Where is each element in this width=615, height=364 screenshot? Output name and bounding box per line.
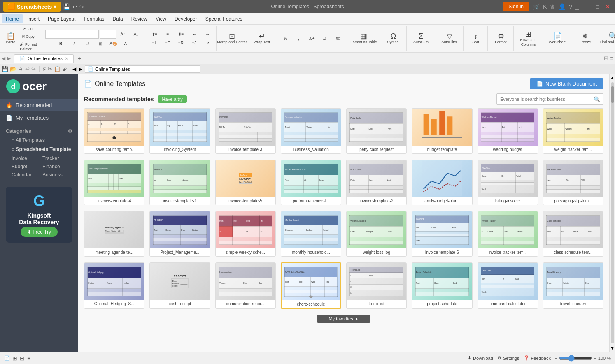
sidebar-item-recommended[interactable]: 🔥 Recommended xyxy=(0,99,78,111)
quick-icon-5[interactable]: ↪ xyxy=(31,66,36,72)
address-input[interactable]: 📄 Online Templates xyxy=(85,65,200,73)
align-center-button[interactable]: ≡C xyxy=(162,39,174,46)
quick-save-icon[interactable]: 💾 xyxy=(63,3,70,10)
quick-undo-icon[interactable]: ↩ xyxy=(72,4,77,10)
template-todo[interactable]: To-Do List☐Task☐☐☐ to-do-list xyxy=(346,262,407,309)
quick-icon-4[interactable]: ↩ xyxy=(25,66,30,72)
sidebar-link-finance[interactable]: Finance xyxy=(42,163,72,170)
sidebar-link-invoice[interactable]: Invoice xyxy=(12,155,42,162)
app-name-button[interactable]: 🟧 Spreadsheets ▾ xyxy=(3,2,61,12)
template-class-schedule[interactable]: Class ScheduleMonTueWedThu class-schedul… xyxy=(543,211,603,257)
template-project-management[interactable]: PROJECTTaskOwnerDueStatus Project_Manage… xyxy=(149,211,210,257)
template-petty-cash[interactable]: Petty CashDateDescAmt petty-cash-request xyxy=(346,108,407,154)
view-layout-icon[interactable]: ≡ xyxy=(27,355,30,362)
sidebar-link-business[interactable]: Business xyxy=(42,171,72,179)
tab-right-icon1[interactable]: ⊞ xyxy=(604,55,608,61)
font-size-down-button[interactable]: A↓ xyxy=(130,31,142,38)
menu-page-layout[interactable]: Page Layout xyxy=(44,14,79,23)
scroll-thumb[interactable] xyxy=(611,86,614,103)
zoom-slider[interactable] xyxy=(559,355,592,362)
font-color-button[interactable]: A_ xyxy=(121,40,133,47)
sidebar-spreadsheets-template[interactable]: ○ Spreadsheets Template xyxy=(0,145,78,154)
quick-icon-9[interactable]: 🖌 xyxy=(62,66,68,72)
cut-button[interactable]: ✂ Cut xyxy=(18,25,39,32)
template-travel-itinerary[interactable]: Travel ItineraryDateActivityCost travel-… xyxy=(543,262,603,309)
menu-formulas[interactable]: Formulas xyxy=(79,14,108,23)
fill-color-button[interactable]: A🎨 xyxy=(107,40,120,47)
quick-redo-icon[interactable]: ↪ xyxy=(79,4,84,10)
format-button[interactable]: ⚙ Format xyxy=(491,27,511,51)
template-invoice-5[interactable]: LOGO INVOICE ItemQtyTotal invoice-templa… xyxy=(215,160,276,205)
template-weight-tracker[interactable]: Weight TrackerWeekWeightBMI weight-track… xyxy=(543,108,603,154)
template-optimal-hedging[interactable]: Optimal HedgingPeriodValueHedge Optimal_… xyxy=(84,262,144,309)
menu-view[interactable]: View xyxy=(151,14,170,23)
paste-button[interactable]: 📋 Paste xyxy=(4,27,17,51)
template-invoice-3[interactable]: INVOICEBill To:Ship To: invoice-template… xyxy=(215,108,276,154)
quick-icon-6[interactable]: ⎘ xyxy=(43,66,46,72)
wrap-text-button[interactable]: ↵ Wrap Text xyxy=(251,27,273,51)
nav-forward-icon[interactable]: ▶ xyxy=(79,66,82,72)
settings-button[interactable]: ⚙ Settings xyxy=(497,355,519,361)
template-cash-receipt[interactable]: RECEIPT Date: ________ Amount: ______ Fr… xyxy=(149,262,210,309)
add-tab-button[interactable]: + xyxy=(75,55,84,62)
template-monthly-household[interactable]: Monthly BudgetCategoryBudgetActual month… xyxy=(281,211,341,257)
sort-button[interactable]: ↕ Sort xyxy=(467,27,485,51)
maximize-button[interactable]: □ xyxy=(594,4,601,10)
view-normal-icon[interactable]: ⊞ xyxy=(12,355,17,362)
menu-review[interactable]: Review xyxy=(127,14,151,23)
crown-icon[interactable]: ♛ xyxy=(550,3,555,10)
align-right-button[interactable]: ≡R xyxy=(175,39,187,46)
search-input[interactable] xyxy=(496,93,603,105)
template-save-counting[interactable]: SUMMER BREAKABCD⬤ save-counting-temp. xyxy=(84,108,144,154)
template-project-schedule[interactable]: Project ScheduleTaskStartEnd project-sch… xyxy=(412,262,472,309)
quick-icon-8[interactable]: 📋 xyxy=(54,66,61,72)
percent-button[interactable]: % xyxy=(280,35,292,42)
autosum-button[interactable]: Σ AutoSum xyxy=(410,27,432,51)
template-proforma-invoice[interactable]: PROFORMA INVOICEDescQtyPrice proforma-in… xyxy=(281,160,341,205)
template-invoice-tracker[interactable]: Invoice Tracker#ClientAmtStatus invoice-… xyxy=(478,211,538,257)
template-meeting-agenda[interactable]: Meeting Agenda TimeTopicWho meeting-agen… xyxy=(84,211,144,257)
template-invoice-2[interactable]: INVOICE #2DateItemAmt invoice-template-2 xyxy=(346,160,407,205)
view-page-icon[interactable]: ⊟ xyxy=(20,355,25,362)
zoom-out-icon[interactable]: − xyxy=(555,356,557,361)
align-justify-button[interactable]: ≡J xyxy=(188,39,200,46)
align-left-button[interactable]: ≡L xyxy=(149,39,161,46)
underline-button[interactable]: U xyxy=(81,40,93,47)
italic-button[interactable]: I xyxy=(68,40,80,47)
have-a-try-button[interactable]: Have a try xyxy=(158,95,187,103)
font-name-input[interactable] xyxy=(45,30,99,39)
template-invoicing-system[interactable]: INVOICEItemQtyPriceTotal Invoicing_Syste… xyxy=(149,108,210,154)
menu-data[interactable]: Data xyxy=(108,14,127,23)
tab-right-icon2[interactable]: ≡ xyxy=(610,55,613,61)
sheet-icon[interactable]: 📄 xyxy=(4,355,10,361)
autofilter-button[interactable]: ▽ AutoFilter xyxy=(438,27,461,51)
template-packaging-slip[interactable]: PACKING SLIPItemQtySKU packaging-slip-te… xyxy=(543,160,603,205)
template-invoice-1[interactable]: INVOICENo.ItemAmount invoice-template-1 xyxy=(149,160,210,205)
kingsoft-icon[interactable]: K xyxy=(543,3,547,10)
sidebar-link-tracker[interactable]: Tracker xyxy=(42,155,72,162)
sidebar-link-calendar[interactable]: Calendar xyxy=(12,171,42,179)
tab-online-templates[interactable]: 📄 Online Templates ✕ xyxy=(14,54,74,63)
prev-tab-icon[interactable]: ◀ xyxy=(2,56,5,61)
template-weekly-schedule[interactable]: MonTueWedThu26272829 simple-weekly-sche.… xyxy=(215,211,276,257)
categories-settings-icon[interactable]: ⚙ xyxy=(68,128,72,134)
quick-icon-7[interactable]: ✂ xyxy=(48,66,52,72)
rows-columns-button[interactable]: ⊞ Rows andColumns xyxy=(517,27,540,51)
scroll-track[interactable] xyxy=(611,82,614,343)
format-as-table-button[interactable]: ▦ Format as Table xyxy=(351,27,377,51)
template-family-budget[interactable]: family-budget-plan... xyxy=(412,160,472,205)
template-invoice-6[interactable]: INVOICENo.DescAmtTotal invoice-template-… xyxy=(412,211,472,257)
scroll-up-button[interactable]: ▲ xyxy=(609,74,615,81)
next-tab-icon[interactable]: ▶ xyxy=(7,56,11,61)
sidebar-all-templates[interactable]: ○ All Templates xyxy=(0,136,78,145)
my-favorites-button[interactable]: My favorites ▲ xyxy=(317,315,370,323)
scroll-down-button[interactable]: ▼ xyxy=(609,344,615,352)
align-bottom-button[interactable]: ⬇≡ xyxy=(175,31,187,38)
template-chore-schedule[interactable]: CHORE SCHEDULEMonTueWedThu chore-schedul… xyxy=(281,262,341,309)
zoom-in-icon[interactable]: + xyxy=(594,356,596,361)
new-blank-button[interactable]: 📄 New Blank Document xyxy=(530,78,603,89)
sign-in-button[interactable]: Sign in xyxy=(503,2,529,11)
sidebar-item-my-templates[interactable]: 📄 My Templates xyxy=(0,111,78,124)
nav-back-icon[interactable]: ◀ xyxy=(72,66,76,72)
worksheet-button[interactable]: 📄 Worksheet xyxy=(546,27,569,51)
